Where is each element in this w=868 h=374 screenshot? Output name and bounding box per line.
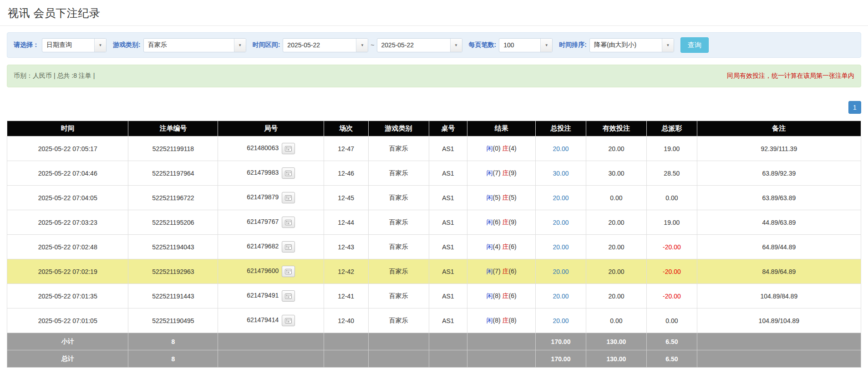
column-header: 总投注 xyxy=(536,121,586,136)
date-to-input[interactable] xyxy=(377,39,450,52)
round-result-icon-button[interactable] xyxy=(282,315,295,326)
round-cell: 621479879 xyxy=(218,186,324,210)
result-cell: 闲(8) 庄(6) xyxy=(467,284,536,308)
page-1-button[interactable]: 1 xyxy=(848,101,861,114)
table-no-cell: AS1 xyxy=(429,308,467,333)
content: 请选择： ▼ 游戏类别: ▼ 时间区间: ▼ ~ ▼ 每页笔数: ▼ 时间排序:… xyxy=(7,32,861,374)
round-result-icon-button[interactable] xyxy=(282,192,295,203)
total-bet-link[interactable]: 20.00 xyxy=(553,145,569,152)
chevron-down-icon[interactable]: ▼ xyxy=(234,39,246,52)
chevron-down-icon[interactable]: ▼ xyxy=(662,39,674,52)
game-type-cell: 百家乐 xyxy=(368,161,429,186)
round-cell: 621479767 xyxy=(218,210,324,235)
game-result-icon xyxy=(285,269,292,274)
player-result-label: 闲 xyxy=(487,145,493,152)
game-type-select[interactable]: ▼ xyxy=(143,38,246,52)
page-title: 视讯 会员下注纪录 xyxy=(8,6,860,20)
payout-cell: 28.50 xyxy=(647,161,697,186)
total-bet-link[interactable]: 30.00 xyxy=(553,170,569,177)
search-button[interactable]: 查询 xyxy=(680,37,709,53)
round-number: 621479767 xyxy=(247,218,279,225)
player-result-label: 闲 xyxy=(487,243,493,250)
round-number: 621479983 xyxy=(247,169,279,176)
summary-label-cell: 总计 xyxy=(7,350,128,368)
chevron-down-icon[interactable]: ▼ xyxy=(94,39,106,52)
date-from-input[interactable] xyxy=(283,39,356,52)
query-type-label: 请选择： xyxy=(14,41,39,49)
player-result-label: 闲 xyxy=(487,268,493,275)
total-bet-link[interactable]: 20.00 xyxy=(553,293,569,300)
round-result-icon-button[interactable] xyxy=(282,217,295,228)
round-result-icon-button[interactable] xyxy=(282,266,295,277)
bet-record-row: 2025-05-22 07:02:19522521192963621479600… xyxy=(7,259,861,284)
time-sort-select[interactable]: ▼ xyxy=(589,38,674,52)
subtotal-row: 小计8170.00130.006.50 xyxy=(7,333,861,350)
valid-bet-notice: 同局有效投注，统一计算在该局第一张注单内 xyxy=(727,72,854,80)
result-cell: 闲(7) 庄(9) xyxy=(467,161,536,186)
round-number: 621479682 xyxy=(247,243,279,250)
total-bet-link[interactable]: 20.00 xyxy=(553,317,569,324)
summary-result-cell xyxy=(467,350,536,368)
query-type-input[interactable] xyxy=(42,39,94,52)
round-number: 621480063 xyxy=(247,144,279,152)
banker-result-label: 庄 xyxy=(503,169,509,177)
valid-bet-cell: 20.00 xyxy=(586,259,646,284)
round-result-icon-button[interactable] xyxy=(282,290,295,302)
column-header: 结果 xyxy=(467,121,536,136)
round-number: 621479491 xyxy=(247,292,279,299)
session-cell: 12-40 xyxy=(324,308,368,333)
result-cell: 闲(8) 庄(8) xyxy=(467,308,536,333)
game-result-icon xyxy=(285,244,292,250)
query-type-select[interactable]: ▼ xyxy=(42,38,107,52)
session-cell: 12-46 xyxy=(324,161,368,186)
page-size-input[interactable] xyxy=(499,39,540,52)
total-bet-cell: 20.00 xyxy=(536,259,586,284)
table-no-cell: AS1 xyxy=(429,186,467,210)
summary-table-cell xyxy=(429,350,467,368)
total-bet-link[interactable]: 20.00 xyxy=(553,243,569,251)
banker-result-label: 庄 xyxy=(503,218,509,226)
total-bet-cell: 20.00 xyxy=(536,136,586,161)
valid-bet-cell: 0.00 xyxy=(586,308,646,333)
time-cell: 2025-05-22 07:03:23 xyxy=(7,210,128,235)
bet-record-row: 2025-05-22 07:02:48522521194043621479682… xyxy=(7,235,861,259)
bet-record-row: 2025-05-22 07:03:23522521195206621479767… xyxy=(7,210,861,235)
round-result-icon-button[interactable] xyxy=(282,167,295,179)
summary-payout-cell: 6.50 xyxy=(647,333,697,350)
summary-game-cell xyxy=(368,350,429,368)
payout-cell: 0.00 xyxy=(647,308,697,333)
date-to-select[interactable]: ▼ xyxy=(377,38,462,52)
total-bet-cell: 20.00 xyxy=(536,210,586,235)
session-cell: 12-43 xyxy=(324,235,368,259)
bet-id-cell: 522521194043 xyxy=(128,235,218,259)
game-type-cell: 百家乐 xyxy=(368,136,429,161)
game-result-icon xyxy=(285,220,292,225)
time-cell: 2025-05-22 07:01:05 xyxy=(7,308,128,333)
summary-remark-cell xyxy=(697,333,861,350)
total-bet-link[interactable]: 20.00 xyxy=(553,194,569,202)
date-from-select[interactable]: ▼ xyxy=(283,38,368,52)
remark-cell: 63.89/63.89 xyxy=(697,186,861,210)
time-sort-input[interactable] xyxy=(590,39,662,52)
total-bet-link[interactable]: 20.00 xyxy=(553,268,569,275)
chevron-down-icon[interactable]: ▼ xyxy=(450,39,462,52)
session-cell: 12-41 xyxy=(324,284,368,308)
game-type-input[interactable] xyxy=(144,39,234,52)
bet-record-row: 2025-05-22 07:01:05522521190495621479414… xyxy=(7,308,861,333)
total-bet-cell: 30.00 xyxy=(536,161,586,186)
game-result-icon xyxy=(285,293,292,299)
round-result-icon-button[interactable] xyxy=(282,241,295,253)
bet-id-cell: 522521192963 xyxy=(128,259,218,284)
column-header: 时间 xyxy=(7,121,128,136)
total-bet-cell: 20.00 xyxy=(536,284,586,308)
page-size-select[interactable]: ▼ xyxy=(499,38,553,52)
session-cell: 12-47 xyxy=(324,136,368,161)
chevron-down-icon[interactable]: ▼ xyxy=(540,39,552,52)
round-result-icon-button[interactable] xyxy=(282,143,295,154)
chevron-down-icon[interactable]: ▼ xyxy=(356,39,368,52)
game-type-cell: 百家乐 xyxy=(368,259,429,284)
game-type-cell: 百家乐 xyxy=(368,308,429,333)
result-cell: 闲(0) 庄(4) xyxy=(467,136,536,161)
summary-count-cell: 8 xyxy=(128,333,218,350)
total-bet-link[interactable]: 20.00 xyxy=(553,219,569,226)
